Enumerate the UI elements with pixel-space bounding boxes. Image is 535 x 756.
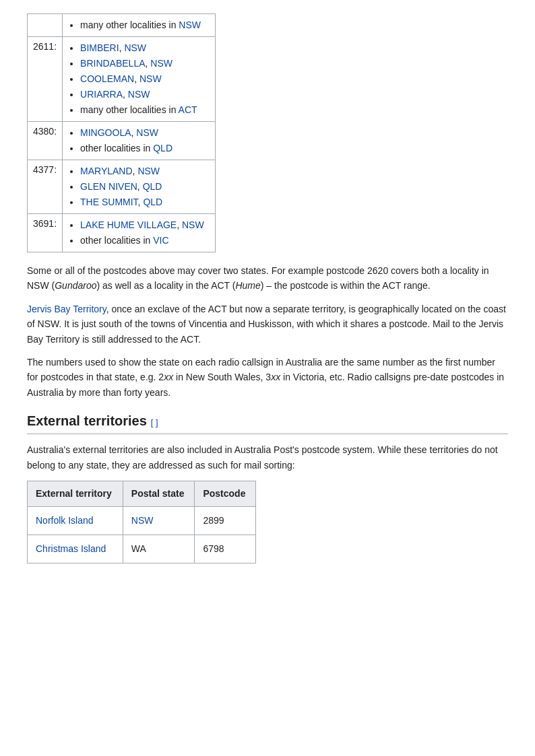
code-cell: 4377: [28, 160, 63, 214]
state-value: NSW [131, 515, 154, 526]
state-link[interactable]: QLD [143, 181, 162, 192]
postcode-cell: 2899 [195, 506, 256, 535]
list-item: other localities in VIC [80, 234, 210, 248]
external-description: Australia's external territories are als… [27, 442, 508, 473]
section-heading-text: External territories [27, 413, 147, 428]
table-row: 4377: MARYLAND, NSW GLEN NIVEN, QLD THE … [28, 160, 216, 214]
jervis-paragraph: Jervis Bay Territory, once an exclave of… [27, 302, 508, 347]
list-item: THE SUMMIT, QLD [80, 195, 210, 209]
locality-link[interactable]: MINGOOLA [80, 127, 131, 138]
localities-cell: many other localities in NSW [63, 14, 216, 37]
external-territories-table: External territory Postal state Postcode… [27, 481, 256, 563]
state-link[interactable]: NSW [124, 42, 146, 53]
list-item: COOLEMAN, NSW [80, 72, 210, 86]
italic-text: xx [164, 372, 173, 382]
list-item: BRINDABELLA, NSW [80, 57, 210, 71]
list-item: URIARRA, NSW [80, 88, 210, 102]
list-item: LAKE HUME VILLAGE, NSW [80, 218, 210, 232]
state-link[interactable]: ACT [179, 104, 197, 115]
section-heading-external: External territories[ ] [27, 411, 508, 434]
table-row: Christmas Island WA 6798 [28, 535, 256, 563]
italic-text: Hume [235, 280, 260, 291]
list-item: other localities in QLD [80, 141, 210, 156]
table-row: many other localities in NSW [28, 14, 216, 37]
list-item: many other localities in NSW [80, 18, 210, 32]
localities-cell: BIMBERI, NSW BRINDABELLA, NSW COOLEMAN, … [63, 37, 216, 122]
state-link[interactable]: VIC [153, 235, 168, 246]
list-item: BIMBERI, NSW [80, 41, 210, 55]
code-cell: 4380: [28, 122, 63, 160]
list-item: many other localities in ACT [80, 103, 210, 117]
state-link[interactable]: NSW [136, 127, 158, 138]
italic-text: Gundaroo [55, 280, 96, 291]
edit-link[interactable]: [ ] [151, 417, 158, 427]
state-link[interactable]: QLD [153, 143, 172, 153]
table-row: Norfolk Island NSW 2899 [28, 506, 256, 535]
list-item: MARYLAND, NSW [80, 164, 210, 178]
locality-link[interactable]: GLEN NIVEN [80, 181, 137, 192]
jervis-bay-link[interactable]: Jervis Bay Territory [27, 304, 106, 314]
locality-link[interactable]: COOLEMAN [80, 73, 134, 84]
state-link[interactable]: NSW [179, 20, 201, 30]
col-header-postcode: Postcode [195, 481, 256, 506]
overlap-paragraph: Some or all of the postcodes above may c… [27, 263, 508, 294]
italic-text: xx [271, 372, 280, 382]
state-link[interactable]: NSW [150, 58, 172, 69]
table-row: 3691: LAKE HUME VILLAGE, NSW other local… [28, 214, 216, 252]
locality-link[interactable]: BRINDABELLA [80, 58, 145, 69]
table-header-row: External territory Postal state Postcode [28, 481, 256, 506]
localities-cell: MINGOOLA, NSW other localities in QLD [63, 122, 216, 160]
state-link[interactable]: NSW [137, 166, 160, 176]
col-header-territory: External territory [28, 481, 123, 506]
localities-cell: LAKE HUME VILLAGE, NSW other localities … [63, 214, 216, 252]
state-link[interactable]: QLD [143, 197, 162, 207]
postcode-cell: 6798 [195, 535, 256, 563]
norfolk-island-link[interactable]: Norfolk Island [36, 515, 94, 526]
locality-link[interactable]: URIARRA [80, 89, 123, 100]
state-cell: WA [123, 535, 195, 563]
radio-paragraph: The numbers used to show the state on ea… [27, 355, 508, 400]
locality-link[interactable]: THE SUMMIT [80, 197, 138, 207]
code-cell: 3691: [28, 214, 63, 252]
locality-link[interactable]: LAKE HUME VILLAGE [80, 219, 177, 230]
state-link[interactable]: NSW [128, 89, 150, 100]
list-item: GLEN NIVEN, QLD [80, 180, 210, 194]
table-row: 2611: BIMBERI, NSW BRINDABELLA, NSW COOL… [28, 37, 216, 122]
code-cell: 2611: [28, 37, 63, 122]
table-row: 4380: MINGOOLA, NSW other localities in … [28, 122, 216, 160]
christmas-island-link[interactable]: Christmas Island [36, 543, 106, 554]
state-cell: NSW [123, 506, 195, 535]
localities-cell: MARYLAND, NSW GLEN NIVEN, QLD THE SUMMIT… [63, 160, 216, 214]
locality-link[interactable]: BIMBERI [80, 42, 119, 53]
territory-cell: Christmas Island [28, 535, 123, 563]
state-link[interactable]: NSW [182, 219, 204, 230]
territory-cell: Norfolk Island [28, 506, 123, 535]
col-header-state: Postal state [123, 481, 195, 506]
code-cell [28, 14, 63, 37]
postcode-table: many other localities in NSW 2611: BIMBE… [27, 13, 216, 252]
state-link[interactable]: NSW [139, 73, 162, 84]
locality-link[interactable]: MARYLAND [80, 166, 133, 176]
list-item: MINGOOLA, NSW [80, 126, 210, 140]
